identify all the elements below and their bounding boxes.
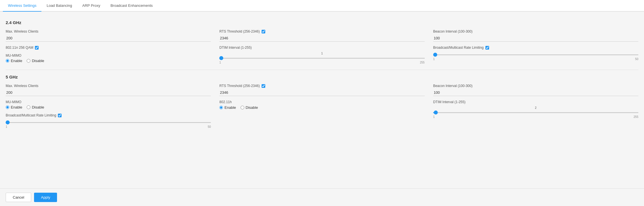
band24-row1: Max. Wireless Clients 802.11n 256 QAM MU… [6, 29, 638, 64]
band5-mumimo-disable[interactable]: Disable [27, 105, 44, 109]
band5-dtim-value: 2 [433, 106, 638, 109]
band24-mumimo-enable[interactable]: Enable [6, 59, 22, 63]
cancel-button[interactable]: Cancel [6, 193, 31, 202]
band5-mumimo-radios: Enable Disable [6, 105, 211, 109]
band5-mumimo-enable[interactable]: Enable [6, 105, 22, 109]
band24-dtim-label: DTIM Interval (1-255) [219, 46, 424, 50]
band24-dtim-slider[interactable] [219, 58, 424, 59]
band24-rts-checkbox[interactable] [262, 30, 265, 33]
band5-brl-range-labels: 1 50 [6, 125, 211, 128]
band5-brl-checkbox[interactable] [58, 114, 62, 117]
band5-brl-track [6, 120, 211, 125]
band24-dtim-track [219, 55, 424, 61]
band24-max-clients-label: Max. Wireless Clients [6, 29, 211, 33]
band24-qam256-checkbox[interactable] [35, 46, 39, 50]
band24-rts-input[interactable] [219, 35, 424, 42]
band24-max-clients-input[interactable] [6, 35, 211, 42]
band5-max-clients-input[interactable] [6, 89, 211, 96]
band5-80211h-disable[interactable]: Disable [241, 105, 258, 110]
band24-beacon-label: Beacon Interval (100-300) [433, 29, 638, 33]
band5-mumimo-label: MU-MIMO [6, 100, 211, 104]
band5-left-col: Max. Wireless Clients MU-MIMO Enable Dis… [6, 84, 219, 128]
band24-mumimo-label: MU-MIMO [6, 54, 211, 58]
apply-button[interactable]: Apply [34, 193, 57, 202]
band24-title: 2.4 GHz [6, 20, 638, 25]
band24-brl-label: Broadcast/Multicast Rate Limiting [433, 46, 638, 50]
band5-middle-col: RTS Threshold (256-2346) 802.11h Enable … [219, 84, 433, 128]
main-content: 2.4 GHz Max. Wireless Clients 802.11n 25… [0, 12, 644, 204]
band5-dtim-label: DTIM Interval (1-255) [433, 100, 638, 104]
tab-broadcast-enhancements[interactable]: Broadcast Enhancements [105, 0, 158, 12]
band5-dtim-track [433, 110, 638, 115]
band24-middle-col: RTS Threshold (256-2346) DTIM Interval (… [219, 29, 433, 64]
tab-load-balancing[interactable]: Load Balancing [41, 0, 77, 12]
band5-right-col: Beacon Interval (100-300) DTIM Interval … [433, 84, 638, 128]
footer-buttons: Cancel Apply [0, 188, 644, 204]
section-divider [6, 70, 638, 70]
band5-dtim-slider[interactable] [433, 112, 638, 113]
tab-bar: Wireless Settings Load Balancing ARP Pro… [0, 0, 644, 12]
tab-wireless-settings[interactable]: Wireless Settings [3, 0, 41, 12]
band5-title: 5 GHz [6, 75, 638, 79]
band5-brl-slider[interactable] [6, 122, 211, 123]
band24-beacon-input[interactable] [433, 35, 638, 42]
band24-dtim-slider-container: 1 1 255 [219, 52, 424, 64]
band5-rts-input[interactable] [219, 89, 424, 96]
band24-right-col: Beacon Interval (100-300) Broadcast/Mult… [433, 29, 638, 64]
band5-brl-label: Broadcast/Multicast Rate Limiting [6, 113, 211, 117]
band5-brl-slider-container: 1 50 [6, 120, 211, 128]
band5-beacon-label: Beacon Interval (100-300) [433, 84, 638, 88]
band5-rts-label: RTS Threshold (256-2346) [219, 84, 424, 88]
band24-brl-range-labels: 1 50 [433, 58, 638, 61]
band24-mumimo-disable[interactable]: Disable [27, 59, 44, 63]
band24-mumimo-radios: Enable Disable [6, 59, 211, 63]
band24-dtim-range-labels: 1 255 [219, 61, 424, 64]
band5-dtim-range-labels: 1 255 [433, 115, 638, 118]
band5-max-clients-label: Max. Wireless Clients [6, 84, 211, 88]
band5-rts-checkbox[interactable] [262, 84, 265, 88]
band5-dtim-slider-container: 2 1 255 [433, 106, 638, 118]
band24-dtim-value: 1 [219, 52, 424, 55]
band24-brl-slider-container: 1 50 [433, 52, 638, 61]
band24-brl-slider[interactable] [433, 54, 638, 55]
band24-brl-checkbox[interactable] [485, 46, 489, 50]
band5-beacon-input[interactable] [433, 89, 638, 96]
band24-left-col: Max. Wireless Clients 802.11n 256 QAM MU… [6, 29, 219, 64]
band24-rts-label: RTS Threshold (256-2346) [219, 29, 424, 33]
band5-80211h-enable[interactable]: Enable [219, 105, 236, 110]
band5-row1: Max. Wireless Clients MU-MIMO Enable Dis… [6, 84, 638, 128]
band5-80211h-radios: Enable Disable [219, 105, 424, 110]
band24-qam256-label: 802.11n 256 QAM [6, 46, 211, 50]
band5-80211h-label: 802.11h [219, 100, 424, 104]
band24-brl-track [433, 52, 638, 58]
tab-arp-proxy[interactable]: ARP Proxy [77, 0, 105, 12]
